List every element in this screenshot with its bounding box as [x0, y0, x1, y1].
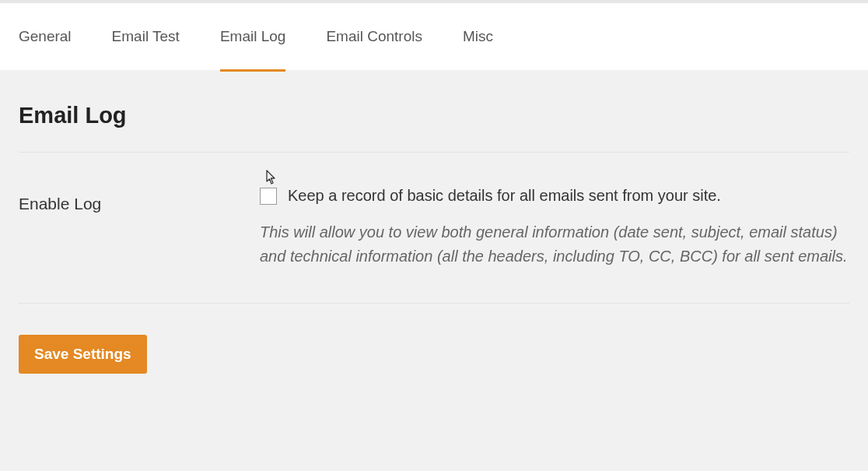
setting-content: Keep a record of basic details for all e…	[260, 187, 849, 269]
tab-label: Misc	[463, 28, 493, 45]
setting-row-enable-log: Enable Log Keep a record of basic detail…	[0, 153, 868, 303]
tab-label: General	[19, 28, 72, 45]
settings-tabs: General Email Test Email Log Email Contr…	[0, 0, 868, 70]
tab-label: Email Log	[220, 28, 286, 45]
checkbox-label: Keep a record of basic details for all e…	[288, 187, 721, 205]
setting-description: This will allow you to view both general…	[260, 220, 849, 269]
page-title: Email Log	[0, 70, 868, 152]
save-settings-button[interactable]: Save Settings	[19, 335, 147, 374]
tab-email-log[interactable]: Email Log	[220, 2, 286, 72]
tab-general[interactable]: General	[19, 2, 72, 72]
tab-label: Email Controls	[326, 28, 422, 45]
setting-label: Enable Log	[19, 187, 260, 213]
checkbox-line: Keep a record of basic details for all e…	[260, 187, 849, 205]
tab-email-test[interactable]: Email Test	[112, 2, 180, 72]
divider	[19, 303, 849, 304]
enable-log-checkbox[interactable]	[260, 188, 277, 205]
tab-email-controls[interactable]: Email Controls	[326, 2, 422, 72]
tab-misc[interactable]: Misc	[463, 2, 493, 72]
tab-label: Email Test	[112, 28, 180, 45]
